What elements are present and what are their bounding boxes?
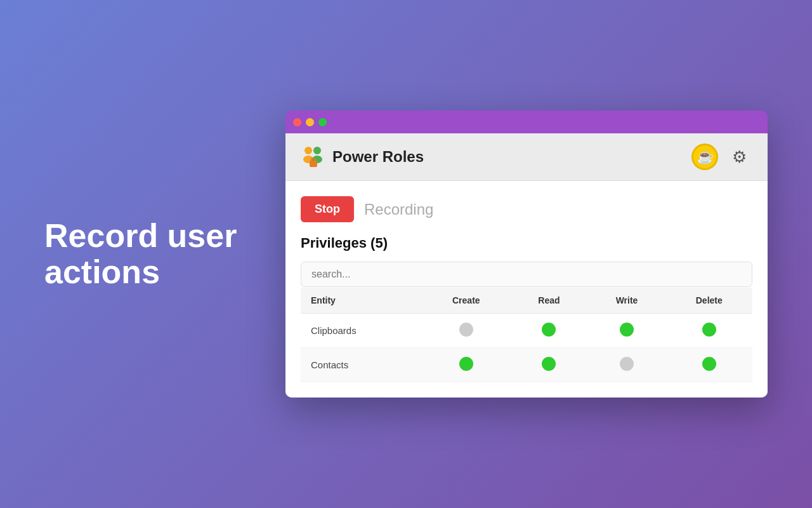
read-cell <box>510 314 587 348</box>
app-header: Power Roles ☕ ⚙ <box>285 133 768 181</box>
read-cell <box>510 348 587 382</box>
entity-cell: Contacts <box>301 348 422 382</box>
svg-point-0 <box>304 147 312 154</box>
col-write: Write <box>588 288 666 314</box>
privileges-table: Entity Create Read Write Delete Clipboar… <box>301 288 752 382</box>
col-create: Create <box>422 288 510 314</box>
app-logo <box>301 144 326 170</box>
window-titlebar <box>285 110 768 133</box>
table-row: Contacts <box>301 348 752 382</box>
write-dot <box>620 323 634 337</box>
privileges-heading: Privileges (5) <box>301 235 752 251</box>
delete-dot <box>702 357 716 371</box>
search-input[interactable] <box>301 262 752 287</box>
app-title-area: Power Roles <box>301 144 424 170</box>
main-area: Stop Recording Privileges (5) Entity Cre… <box>285 181 768 398</box>
settings-button[interactable]: ⚙ <box>726 144 752 170</box>
entity-cell: Clipboards <box>301 314 422 348</box>
page-layout: Record user actions <box>0 0 812 508</box>
app-window: Power Roles ☕ ⚙ Stop Recording Privilege… <box>285 110 768 398</box>
create-cell <box>422 348 510 382</box>
app-title: Power Roles <box>332 148 424 166</box>
read-dot <box>542 323 556 337</box>
create-dot <box>459 323 473 337</box>
recording-label: Recording <box>364 201 433 218</box>
col-delete: Delete <box>666 288 752 314</box>
stop-button[interactable]: Stop <box>301 196 354 222</box>
hero-text: Record user actions <box>44 218 247 290</box>
kofi-button[interactable]: ☕ <box>691 144 718 170</box>
delete-dot <box>702 323 716 337</box>
svg-point-2 <box>313 147 321 154</box>
col-entity: Entity <box>301 288 422 314</box>
recording-bar: Stop Recording <box>301 196 752 222</box>
write-dot <box>620 357 634 371</box>
create-cell <box>422 314 510 348</box>
create-dot <box>459 357 473 371</box>
write-cell <box>588 314 666 348</box>
traffic-light-yellow[interactable] <box>306 118 314 126</box>
table-header-row: Entity Create Read Write Delete <box>301 288 752 314</box>
traffic-light-red[interactable] <box>293 118 301 126</box>
table-row: Clipboards <box>301 314 752 348</box>
traffic-light-green[interactable] <box>318 118 327 126</box>
col-read: Read <box>510 288 587 314</box>
window-content: Power Roles ☕ ⚙ Stop Recording Privilege… <box>285 133 768 398</box>
delete-cell <box>666 314 752 348</box>
header-actions: ☕ ⚙ <box>691 144 752 170</box>
write-cell <box>588 348 666 382</box>
delete-cell <box>666 348 752 382</box>
read-dot <box>542 357 556 371</box>
